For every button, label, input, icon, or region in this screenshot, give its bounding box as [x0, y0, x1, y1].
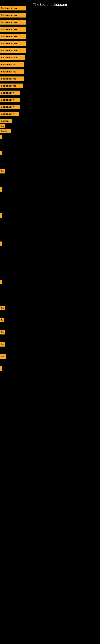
bar-label-15: Bottleneck n [0, 112, 19, 116]
bar-label-7: Bottleneck resu [0, 55, 25, 60]
bar-item-29: Bo [0, 342, 5, 346]
bar-item-24 [0, 242, 2, 246]
bar-label-28: Bo [0, 330, 5, 334]
bar-label-13: Bottleneck r [0, 98, 20, 102]
bar-item-3: Bottleneck resu [0, 27, 26, 32]
bar-label-21: Bo [0, 169, 5, 174]
bar-label-3: Bottleneck resu [0, 27, 26, 32]
bar-item-14: Bottleneck r [0, 105, 20, 109]
bar-label-22 [0, 187, 2, 192]
bar-item-13: Bottleneck r [0, 98, 20, 102]
bar-item-8: Bottleneck res [0, 62, 24, 67]
bar-label-11: Bottleneck res [0, 84, 23, 88]
bar-item-22 [0, 187, 2, 192]
bar-item-31 [0, 366, 2, 371]
bar-label-5: Bottleneck rest [0, 41, 26, 46]
bar-label-0: Bottleneck resu [0, 6, 26, 10]
bar-item-10: Bottleneck res [0, 76, 24, 81]
bar-label-1: Bottleneck resu [0, 13, 26, 18]
bar-item-12: Bottleneck r [0, 90, 20, 95]
bar-item-11: Bottleneck res [0, 84, 23, 88]
bar-label-20 [0, 151, 2, 155]
bar-label-19 [0, 135, 2, 139]
bar-label-29: Bo [0, 342, 5, 346]
bar-item-19 [0, 135, 2, 139]
bar-item-7: Bottleneck resu [0, 55, 25, 60]
bar-label-9: Bottleneck res [0, 70, 24, 74]
bar-item-21: Bo [0, 169, 5, 174]
bar-item-4: Bottleneck resu [0, 34, 26, 39]
bar-item-1: Bottleneck resu [0, 13, 26, 18]
bar-item-18: Bottle [0, 129, 11, 133]
bar-item-27: B [0, 318, 3, 322]
bar-item-5: Bottleneck rest [0, 41, 26, 46]
bar-label-8: Bottleneck res [0, 62, 24, 67]
bar-item-15: Bottleneck n [0, 112, 19, 116]
bar-item-25 [0, 280, 2, 284]
bar-label-16: Bottlen [0, 119, 12, 123]
bar-label-10: Bottleneck res [0, 76, 24, 81]
bar-item-6: Bottleneck resu [0, 48, 26, 53]
bar-label-23 [0, 213, 2, 218]
bar-item-26: Bo [0, 306, 5, 310]
bar-item-0: Bottleneck resu [0, 6, 26, 10]
bar-item-28: Bo [0, 330, 5, 334]
bar-label-18: Bottle [0, 129, 11, 133]
bar-item-30: Bot [0, 354, 6, 359]
bar-label-26: Bo [0, 306, 5, 310]
bar-label-25 [0, 280, 2, 284]
bar-label-14: Bottleneck r [0, 105, 20, 109]
bar-label-6: Bottleneck resu [0, 48, 26, 53]
bar-label-30: Bot [0, 354, 6, 359]
bar-label-27: B [0, 318, 3, 322]
bar-item-23 [0, 213, 2, 218]
bar-label-4: Bottleneck resu [0, 34, 26, 39]
bar-item-9: Bottleneck res [0, 70, 24, 74]
bar-label-12: Bottleneck r [0, 90, 20, 95]
bar-item-2: Bottleneck resu [0, 20, 26, 24]
bar-label-2: Bottleneck resu [0, 20, 26, 24]
bar-label-31 [0, 366, 2, 371]
bar-item-20 [0, 151, 2, 155]
bar-label-24 [0, 242, 2, 246]
bar-item-16: Bottlen [0, 119, 12, 123]
bar-item-17: Bo [0, 124, 5, 128]
bar-label-17: Bo [0, 124, 5, 128]
